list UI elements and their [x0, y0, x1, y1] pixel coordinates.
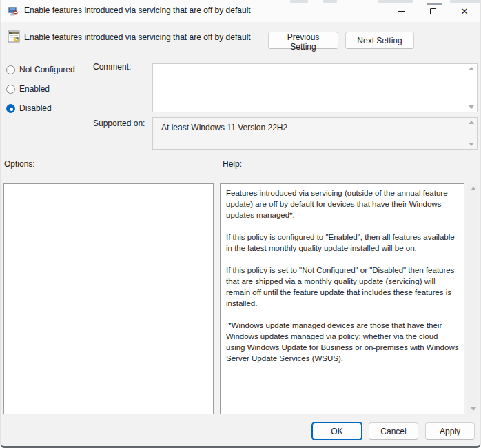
- radio-not-configured[interactable]: Not Configured: [6, 63, 75, 76]
- help-paragraph: If this policy is set to "Not Configured…: [226, 265, 459, 309]
- scroll-up-icon[interactable]: [469, 67, 474, 70]
- scroll-down-icon[interactable]: [469, 105, 474, 109]
- close-button[interactable]: ✕: [449, 0, 480, 22]
- minimize-icon: [398, 11, 405, 12]
- options-panel: [3, 183, 214, 414]
- policy-dialog-window: Enable features introduced via servicing…: [0, 0, 481, 448]
- help-text: Features introduced via servicing (outsi…: [221, 184, 464, 378]
- supported-on-value: At least Windows 11 Version 22H2: [161, 123, 287, 132]
- supported-on-scrollbar[interactable]: [466, 118, 477, 149]
- radio-icon: [6, 65, 15, 74]
- radio-label: Disabled: [19, 103, 52, 113]
- help-paragraph: Features introduced via servicing (outsi…: [226, 187, 459, 221]
- titlebar[interactable]: Enable features introduced via servicing…: [1, 0, 480, 22]
- comment-box: [152, 63, 478, 112]
- radio-enabled[interactable]: Enabled: [6, 83, 50, 95]
- comment-input[interactable]: [153, 64, 466, 112]
- maximize-icon: [430, 8, 436, 14]
- cancel-button[interactable]: Cancel: [369, 422, 418, 440]
- radio-disabled[interactable]: Disabled: [6, 102, 52, 114]
- help-scrollbar[interactable]: [467, 184, 479, 414]
- close-icon: ✕: [461, 7, 469, 16]
- policy-setting-icon: [8, 30, 20, 43]
- radio-icon: [6, 104, 15, 113]
- radio-icon: [6, 85, 15, 94]
- scroll-down-icon[interactable]: [471, 407, 476, 411]
- screen-artifact: [323, 0, 337, 3]
- scroll-down-icon[interactable]: [469, 143, 474, 146]
- supported-on-label: Supported on:: [93, 119, 145, 128]
- screen-artifact: [290, 0, 308, 3]
- scroll-up-icon[interactable]: [471, 187, 476, 190]
- policy-setting-name: Enable features introduced via servicing…: [24, 32, 251, 42]
- apply-button[interactable]: Apply: [425, 422, 475, 440]
- comment-label: Comment:: [93, 62, 131, 72]
- previous-setting-button[interactable]: Previous Setting: [268, 32, 338, 49]
- help-panel: Features introduced via servicing (outsi…: [220, 183, 464, 414]
- options-label: Options:: [4, 159, 35, 169]
- maximize-button[interactable]: [417, 0, 449, 22]
- scroll-up-icon[interactable]: [469, 121, 474, 124]
- ok-button[interactable]: OK: [312, 422, 362, 440]
- next-setting-button[interactable]: Next Setting: [345, 32, 414, 49]
- radio-label: Enabled: [19, 84, 50, 94]
- minimize-button[interactable]: [385, 0, 417, 22]
- supported-on-box: At least Windows 11 Version 22H2: [152, 117, 478, 150]
- help-label: Help:: [223, 159, 242, 169]
- help-paragraph: *Windows update managed devices are thos…: [226, 320, 459, 364]
- comment-scrollbar[interactable]: [466, 64, 477, 112]
- radio-label: Not Configured: [19, 65, 75, 74]
- window-title: Enable features introduced via servicing…: [24, 6, 251, 15]
- help-paragraph: If this policy is configured to "Enabled…: [226, 232, 459, 254]
- group-policy-icon: [8, 6, 19, 17]
